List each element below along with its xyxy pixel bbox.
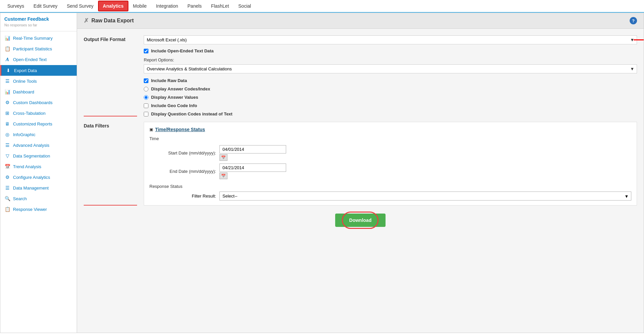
nav-edit-survey[interactable]: Edit Survey [29,0,62,12]
display-answer-codes-option: Display Answer Codes/Index [144,86,637,91]
top-navigation: Surveys Edit Survey Send Survey Analytic… [0,0,644,13]
sidebar-label-data-segmentation: Data Segmentation [13,153,50,158]
include-geo-code-checkbox[interactable] [144,103,148,108]
start-date-input[interactable] [219,145,286,153]
sidebar-title: Customer Feedback [0,13,77,23]
sidebar-item-real-time-summary[interactable]: 📊 Real-Time Summary [0,33,77,43]
sidebar-item-data-segmentation[interactable]: ▽ Data Segmentation [0,150,77,161]
sidebar-item-export-data[interactable]: ⬇ Export Data [0,65,77,76]
display-question-codes-checkbox[interactable] [144,112,148,116]
sidebar-item-configure-analytics[interactable]: ⚙ Configure Analytics [0,172,77,183]
display-answer-values-radio[interactable] [144,95,148,100]
sidebar: Customer Feedback No responses so far 📊 … [0,13,77,333]
include-raw-data-option: Include Raw Data [144,78,637,83]
file-format-select[interactable]: Microsoft Excel (.xls) CSV SPSS PDF [144,35,637,44]
nav-analytics[interactable]: Analytics [98,1,128,11]
nav-surveys[interactable]: Surveys [3,0,29,12]
sidebar-label-advanced-analysis: Advanced Analysis [13,143,49,148]
sidebar-item-dashboard[interactable]: 📊 Dashboard [0,86,77,97]
nav-flashlet[interactable]: FlashLet [206,0,234,12]
end-date-calendar-button[interactable]: 📅 [219,173,227,179]
sidebar-label-configure-analytics: Configure Analytics [13,175,50,180]
help-button[interactable]: ? [630,17,637,24]
report-options-select[interactable]: Overview Analytics & Statistical Calcula… [144,64,637,73]
page-title-text: Raw Data Export [91,18,134,24]
start-date-label: Start Date (mm/dd/yyyy): [149,150,216,155]
time-label: Time [149,136,631,141]
report-options-label: Report Options: [144,57,637,62]
sidebar-subtitle: No responses so far [0,23,77,30]
circle-icon: ◎ [4,132,10,137]
end-date-row: End Date (mm/dd/yyyy): 📅 [149,163,631,179]
response-viewer-icon: 📋 [4,207,10,212]
expand-icon[interactable]: ▣ [149,127,153,132]
sidebar-item-data-management[interactable]: ☰ Data Management [0,183,77,193]
include-raw-data-checkbox[interactable] [144,78,148,83]
title-icon: ✗ [84,17,89,24]
sidebar-item-cross-tabulation[interactable]: ⊞ Cross-Tabulation [0,108,77,118]
sidebar-label-online-tools: Online Tools [13,79,37,84]
nav-mobile[interactable]: Mobile [128,0,151,12]
display-answer-values-label: Display Answer Values [151,95,198,100]
sidebar-item-infographic[interactable]: ◎ InfoGraphic [0,129,77,140]
list-icon: ☰ [4,78,10,84]
display-answer-codes-radio[interactable] [144,87,148,91]
display-answer-values-option: Display Answer Values [144,95,637,100]
advanced-icon: ☰ [4,142,10,148]
content-area: ✗ Raw Data Export ? Output File Format M… [77,13,644,333]
sidebar-label-open-ended-text: Open-Ended Text [13,57,47,62]
sidebar-label-custom-dashboards: Custom Dashboards [13,100,53,105]
nav-social[interactable]: Social [234,0,256,12]
include-raw-data-label: Include Raw Data [151,78,187,83]
filter-result-label: Filter Result: [149,194,216,199]
nav-send-survey[interactable]: Send Survey [62,0,98,12]
sidebar-item-search[interactable]: 🔍 Search [0,193,77,204]
nav-integration[interactable]: Integration [151,0,183,12]
search-icon: 🔍 [4,196,10,201]
end-date-input[interactable] [219,163,286,172]
sidebar-label-infographic: InfoGraphic [13,132,35,137]
download-row: Download [84,214,637,227]
sidebar-item-customized-reports[interactable]: 🖥 Customized Reports [0,118,77,129]
configure-icon: ⚙ [4,175,10,180]
sidebar-label-real-time-summary: Real-Time Summary [13,36,53,41]
sidebar-label-dashboard: Dashboard [13,89,34,94]
grid-icon: ⊞ [4,110,10,116]
include-open-ended-section: Include Open-Ended Text Data [144,48,637,53]
download-button[interactable]: Download [335,214,386,227]
include-geo-code-option: Include Geo Code Info [144,103,637,108]
bar-chart-icon: 📊 [4,35,10,41]
display-question-codes-label: Display Question Codes instead of Text [151,111,232,116]
end-date-input-wrapper: 📅 [219,163,286,179]
start-date-calendar-button[interactable]: 📅 [219,154,227,161]
sidebar-label-search: Search [13,196,27,201]
report-options-section: Report Options: Overview Analytics & Sta… [144,57,637,73]
content-body: Output File Format Microsoft Excel (.xls… [77,29,644,234]
nav-panels[interactable]: Panels [183,0,206,12]
calendar-icon: 📅 [4,164,10,169]
data-filters-content: ▣ Time/Response Status Time Start Date (… [144,122,637,206]
sidebar-label-cross-tabulation: Cross-Tabulation [13,111,46,116]
sidebar-item-online-tools[interactable]: ☰ Online Tools [0,76,77,86]
content-header: ✗ Raw Data Export ? [77,13,644,29]
include-open-ended-checkbox[interactable] [144,49,148,53]
filter-result-select[interactable]: Select-- Complete Incomplete All [219,192,631,201]
output-format-content: Microsoft Excel (.xls) CSV SPSS PDF ▼ ◄ [144,35,637,116]
text-icon: A [4,57,10,62]
sidebar-item-custom-dashboards[interactable]: ⚙ Custom Dashboards [0,97,77,108]
filter-result-row: Filter Result: Select-- Complete Incompl… [149,192,631,201]
sidebar-item-response-viewer[interactable]: 📋 Response Viewer [0,204,77,215]
sidebar-item-advanced-analysis[interactable]: ☰ Advanced Analysis [0,140,77,150]
data-options-section: Include Raw Data Display Answer Codes/In… [144,78,637,116]
response-status-label: Response Status [149,184,631,189]
sidebar-label-participant-statistics: Participant Statistics [13,46,52,51]
time-response-status-link[interactable]: Time/Response Status [155,127,205,132]
data-mgmt-icon: ☰ [4,185,10,191]
sidebar-item-open-ended-text[interactable]: A Open-Ended Text [0,54,77,65]
main-layout: Customer Feedback No responses so far 📊 … [0,13,644,333]
display-answer-codes-label: Display Answer Codes/Index [151,86,210,91]
output-format-label: Output File Format [84,35,137,116]
sidebar-item-trend-analysis[interactable]: 📅 Trend Analysis [0,161,77,172]
sidebar-item-participant-statistics[interactable]: 📋 Participant Statistics [0,43,77,54]
end-date-label: End Date (mm/dd/yyyy): [149,169,216,174]
